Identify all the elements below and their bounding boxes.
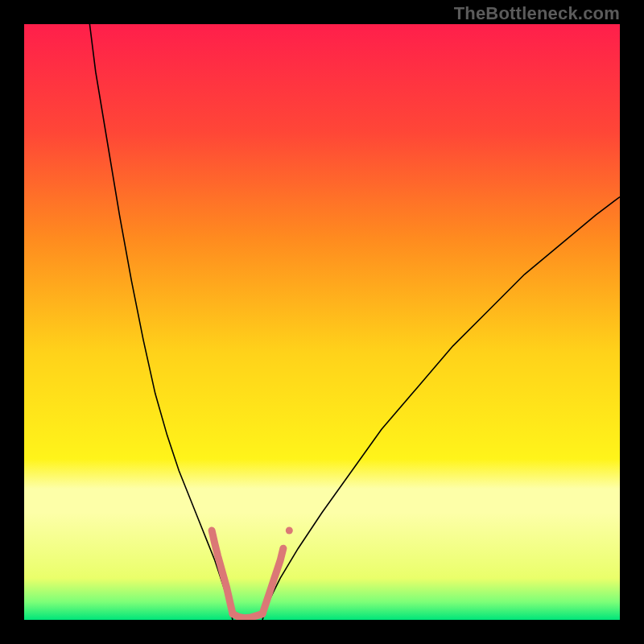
- chart-background: [24, 24, 620, 620]
- chart-svg: [24, 24, 620, 620]
- plot-area: [24, 24, 620, 620]
- series-valley-marker-bottom: [233, 614, 262, 618]
- chart-frame: TheBottleneck.com: [0, 0, 644, 644]
- watermark-text: TheBottleneck.com: [454, 3, 620, 24]
